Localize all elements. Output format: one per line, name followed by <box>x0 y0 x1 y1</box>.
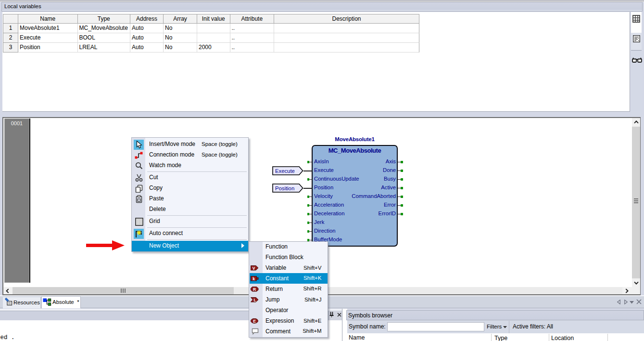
svg-text:L: L <box>253 298 256 302</box>
svg-text:E: E <box>253 319 256 324</box>
svg-text:V: V <box>253 266 255 271</box>
svg-text:k: k <box>253 276 255 281</box>
svg-text:R: R <box>253 287 256 291</box>
